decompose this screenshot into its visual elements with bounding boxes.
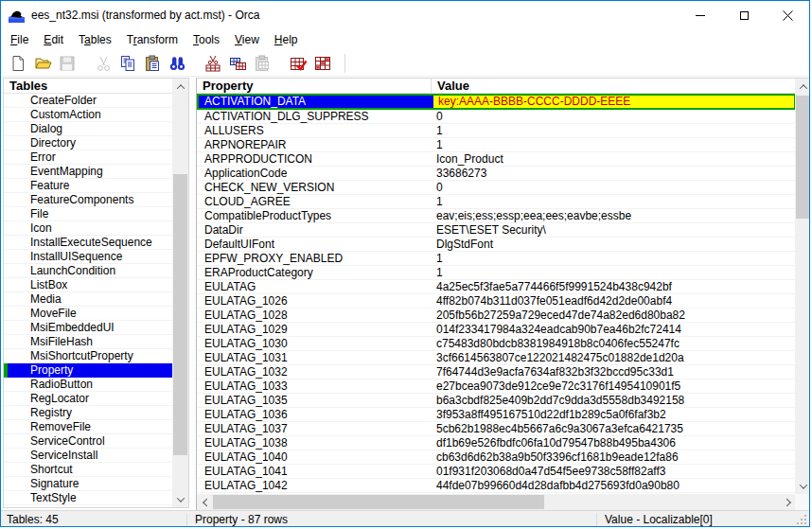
- property-row[interactable]: EULATAG_10375cb62b1988ec4b5667a6c9a3067a…: [197, 422, 796, 436]
- property-row[interactable]: DataDirESET\ESET Security\: [197, 223, 796, 238]
- sidebar-item-customaction[interactable]: CustomAction: [4, 108, 174, 122]
- sidebar-item-msishortcutproperty[interactable]: MsiShortcutProperty: [4, 349, 174, 363]
- value-cell[interactable]: b6a3cbdf825e409b2dd7c9dda3d5558db3492158: [432, 394, 796, 407]
- property-cell[interactable]: ARPNOREPAIR: [197, 138, 432, 151]
- property-row[interactable]: ARPPRODUCTICONIcon_Product: [197, 152, 796, 167]
- property-cell[interactable]: EULATAG_1035: [197, 394, 432, 407]
- copy-button[interactable]: [115, 52, 140, 75]
- sidebar-item-installexecutesequence[interactable]: InstallExecuteSequence: [4, 236, 174, 250]
- property-row[interactable]: ACTIVATION_DLG_SUPPRESS0: [197, 110, 796, 124]
- property-cell[interactable]: ACTIVATION_DATA: [199, 96, 433, 108]
- title-bar[interactable]: ees_nt32.msi (transformed by act.mst) - …: [1, 1, 809, 29]
- sidebar-item-launchcondition[interactable]: LaunchCondition: [4, 264, 174, 278]
- sidebar-item-directory[interactable]: Directory: [4, 136, 174, 150]
- property-row[interactable]: EULATAG_104101f931f203068d0a47d54f5ee973…: [197, 465, 796, 479]
- property-row[interactable]: EULATAG_1028205fb56b27259a729eced47de74a…: [197, 309, 796, 323]
- property-cell[interactable]: EULATAG_1028: [197, 309, 432, 322]
- tables-vertical-scrollbar[interactable]: [172, 79, 188, 507]
- value-cell[interactable]: 1: [432, 124, 796, 137]
- sidebar-item-removefile[interactable]: RemoveFile: [4, 420, 174, 434]
- sidebar-item-servicecontrol[interactable]: ServiceControl: [4, 434, 174, 449]
- column-header-property[interactable]: Property: [197, 79, 432, 94]
- cut-rows-button[interactable]: [201, 52, 225, 75]
- save-file-button[interactable]: [55, 52, 79, 75]
- property-row[interactable]: EULATAG_1038df1b69e526fbdfc06fa10d79547b…: [197, 436, 796, 450]
- value-cell[interactable]: eav;eis;ess;essp;eea;ees;eavbe;essbe: [432, 209, 796, 222]
- property-cell[interactable]: EPFW_PROXY_ENABLED: [197, 252, 432, 265]
- paste-button[interactable]: [140, 52, 165, 75]
- sidebar-item-dialog[interactable]: Dialog: [4, 122, 174, 136]
- value-cell[interactable]: ESET\ESET Security\: [432, 223, 796, 237]
- value-cell[interactable]: 5cb62b1988ec4b5667a6c9a3067a3efca6421735: [432, 422, 796, 435]
- value-cell[interactable]: 33686273: [432, 167, 796, 180]
- copy-rows-button[interactable]: [225, 52, 250, 75]
- sidebar-item-listbox[interactable]: ListBox: [4, 278, 174, 292]
- property-row[interactable]: ApplicationCode33686273: [197, 167, 796, 181]
- sidebar-item-feature[interactable]: Feature: [4, 179, 174, 193]
- value-cell[interactable]: 1: [432, 138, 796, 151]
- property-cell[interactable]: EULATAG_1041: [197, 465, 432, 478]
- menu-tables[interactable]: Tables: [71, 29, 119, 51]
- property-cell[interactable]: ERAProductCategory: [197, 266, 432, 279]
- property-row[interactable]: ALLUSERS1: [197, 124, 796, 138]
- menu-tools[interactable]: Tools: [185, 29, 227, 51]
- property-cell[interactable]: DefaultUIFont: [197, 238, 432, 251]
- sidebar-item-eventmapping[interactable]: EventMapping: [4, 165, 174, 179]
- find-button[interactable]: [165, 52, 189, 75]
- value-cell[interactable]: 1: [432, 195, 796, 208]
- sidebar-item-signature[interactable]: Signature: [4, 477, 174, 491]
- property-row[interactable]: EULATAG_10264ff82b074b311d037fe051eadf6d…: [197, 294, 796, 309]
- scroll-up-button[interactable]: [795, 79, 810, 95]
- property-cell[interactable]: ALLUSERS: [197, 124, 432, 137]
- tables-column-header[interactable]: Tables: [4, 79, 174, 94]
- property-row[interactable]: ERAProductCategory1: [197, 266, 796, 280]
- sidebar-item-uitext[interactable]: UIText: [4, 505, 174, 508]
- value-cell[interactable]: 205fb56b27259a729eced47de74a82ed6d80ba82: [432, 309, 796, 322]
- value-cell[interactable]: 0: [432, 181, 796, 194]
- property-row[interactable]: EPFW_PROXY_ENABLED1: [197, 252, 796, 266]
- property-cell[interactable]: ACTIVATION_DLG_SUPPRESS: [197, 110, 432, 123]
- sidebar-item-registry[interactable]: Registry: [4, 406, 174, 420]
- table-horizontal-scrollbar[interactable]: [197, 494, 796, 510]
- property-cell[interactable]: EULATAG_1026: [197, 294, 432, 308]
- open-file-button[interactable]: [30, 52, 55, 75]
- property-cell[interactable]: CLOUD_AGREE: [197, 195, 432, 208]
- property-row[interactable]: CHECK_NEW_VERSION0: [197, 181, 796, 195]
- sidebar-item-msifilehash[interactable]: MsiFileHash: [4, 335, 174, 349]
- panel-splitter[interactable]: [189, 78, 196, 509]
- property-row[interactable]: EULATAG_104244fde07b99660d4d28dafbb4d275…: [197, 479, 796, 493]
- value-cell[interactable]: key:AAAA-BBBB-CCCC-DDDD-EEEE: [433, 96, 794, 108]
- menu-transform[interactable]: Transform: [119, 29, 185, 51]
- maximize-button[interactable]: [722, 1, 766, 29]
- sidebar-item-media[interactable]: Media: [4, 292, 174, 307]
- value-cell[interactable]: c75483d80bdcb8381984918b8c0406fec55247fc: [432, 337, 796, 350]
- property-row[interactable]: ACTIVATION_DATAkey:AAAA-BBBB-CCCC-DDDD-E…: [197, 94, 796, 110]
- property-cell[interactable]: EULATAG: [197, 280, 432, 293]
- scrollbar-thumb[interactable]: [796, 96, 810, 219]
- value-cell[interactable]: DlgStdFont: [432, 238, 796, 251]
- resize-grip[interactable]: [793, 511, 809, 527]
- property-row[interactable]: EULATAG_10313cf6614563807ce122021482475c…: [197, 351, 796, 365]
- menu-file[interactable]: File: [3, 29, 36, 51]
- value-cell[interactable]: 44fde07b99660d4d28dafbb4d275693fd0a90b80: [432, 479, 796, 492]
- property-cell[interactable]: EULATAG_1037: [197, 422, 432, 435]
- property-cell[interactable]: EULATAG_1031: [197, 351, 432, 364]
- minimize-button[interactable]: [679, 1, 722, 29]
- property-cell[interactable]: EULATAG_1040: [197, 450, 432, 464]
- new-file-button[interactable]: [6, 52, 30, 75]
- property-row[interactable]: EULATAG_1035b6a3cbdf825e409b2dd7c9dda3d5…: [197, 394, 796, 408]
- sidebar-item-radiobutton[interactable]: RadioButton: [4, 378, 174, 392]
- scrollbar-thumb[interactable]: [173, 174, 187, 455]
- scroll-down-button[interactable]: [172, 491, 188, 507]
- property-row[interactable]: ARPNOREPAIR1: [197, 138, 796, 152]
- property-cell[interactable]: CHECK_NEW_VERSION: [197, 181, 432, 194]
- sidebar-item-reglocator[interactable]: RegLocator: [4, 392, 174, 406]
- property-cell[interactable]: CompatibleProductTypes: [197, 209, 432, 222]
- sidebar-item-installuisequence[interactable]: InstallUISequence: [4, 250, 174, 264]
- property-cell[interactable]: ApplicationCode: [197, 167, 432, 180]
- value-cell[interactable]: cb63d6d62b38a9b50f3396cf1681b9eade12fa86: [432, 450, 796, 464]
- value-cell[interactable]: 1: [432, 252, 796, 265]
- property-row[interactable]: CLOUD_AGREE1: [197, 195, 796, 209]
- property-cell[interactable]: EULATAG_1036: [197, 408, 432, 421]
- value-cell[interactable]: Icon_Product: [432, 152, 796, 166]
